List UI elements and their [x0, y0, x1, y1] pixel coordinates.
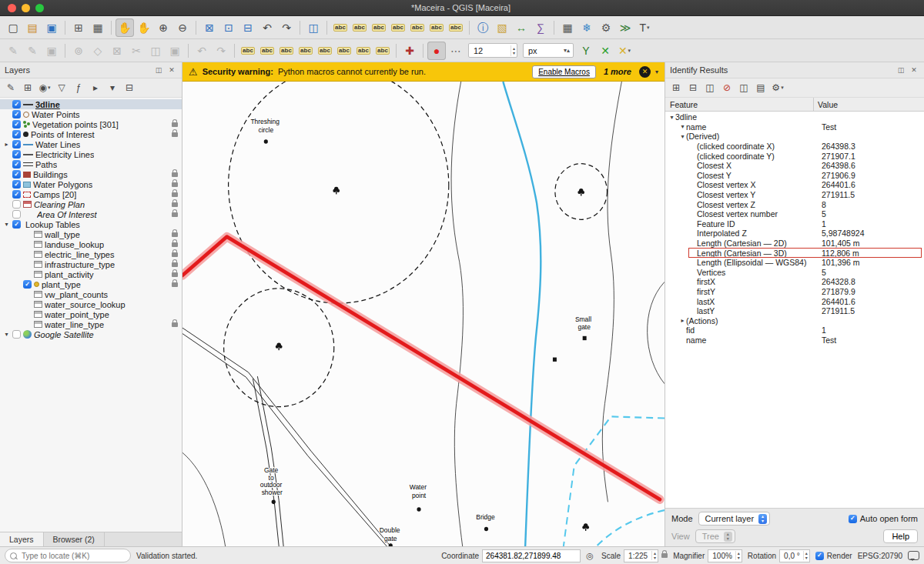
- messages-icon[interactable]: [908, 551, 919, 560]
- result-row[interactable]: Vertices 5: [665, 268, 924, 278]
- identify-settings-icon[interactable]: ⚙ ▾: [770, 80, 785, 95]
- more-messages-link[interactable]: 1 more: [604, 67, 631, 76]
- layer-item[interactable]: Buildings: [0, 169, 182, 179]
- add-feature-icon[interactable]: ⊚: [69, 42, 88, 60]
- undo-icon[interactable]: ↶: [192, 42, 211, 60]
- layer-item[interactable]: Clearing Plan: [0, 199, 182, 209]
- layer-item[interactable]: plant_activity: [0, 269, 182, 279]
- layer-labeling-icon[interactable]: abc: [331, 18, 350, 37]
- open-attribute-table-icon[interactable]: ▦: [558, 18, 577, 37]
- locator-search[interactable]: [5, 549, 131, 562]
- pin-unpin-labels-icon[interactable]: abc: [335, 42, 353, 60]
- crs-status[interactable]: EPSG:20790: [858, 552, 902, 560]
- zoom-to-selection-icon[interactable]: ⊡: [219, 18, 238, 37]
- result-row[interactable]: Closest vertex Y 271911.5: [665, 190, 924, 200]
- expand-arrow-icon[interactable]: ▾: [679, 123, 686, 130]
- zoom-full-extent-icon[interactable]: ⊠: [200, 18, 219, 37]
- pan-map-icon[interactable]: ✋: [116, 18, 134, 37]
- expand-arrow-icon[interactable]: ▾: [3, 221, 10, 228]
- rotate-label-icon[interactable]: abc: [296, 42, 315, 60]
- float-panel-icon[interactable]: ◫: [896, 65, 906, 75]
- mode-select[interactable]: Current layer ▴▾: [698, 512, 771, 526]
- render-option[interactable]: Render: [815, 552, 852, 560]
- expand-all-icon[interactable]: ▸: [88, 80, 103, 95]
- copy-feature-icon[interactable]: ◫: [736, 80, 752, 95]
- python-console-icon[interactable]: ≫: [616, 18, 634, 37]
- expand-arrow-icon[interactable]: ▸: [3, 141, 10, 148]
- result-row[interactable]: Length (Cartesian — 3D) 112,806 m: [665, 248, 924, 258]
- layer-item[interactable]: Vegetation points [301]: [0, 119, 182, 129]
- manage-map-themes-icon[interactable]: ◉ ▾: [37, 80, 52, 95]
- result-row[interactable]: ▾ (Derived): [665, 132, 924, 142]
- close-panel-icon[interactable]: ✕: [166, 65, 177, 75]
- result-row[interactable]: ▾ name Test: [665, 122, 924, 132]
- magnifier-spin[interactable]: 100% ▴▾: [708, 549, 742, 562]
- layer-item[interactable]: water_point_type: [0, 309, 182, 319]
- expand-tree-icon[interactable]: ⊞: [668, 80, 684, 95]
- result-row[interactable]: firstY 271879.9: [665, 287, 924, 297]
- layer-item[interactable]: vw_plant_counts: [0, 289, 182, 299]
- result-row[interactable]: Length (Ellipsoidal — WGS84) 101,396 m: [665, 258, 924, 268]
- result-row[interactable]: Closest Y 271906.9: [665, 171, 924, 181]
- new-map-view-icon[interactable]: ◫: [304, 18, 323, 37]
- layer-item[interactable]: Points of Interest: [0, 129, 182, 139]
- expand-arrow-icon[interactable]: ▾: [668, 114, 675, 121]
- render-checkbox[interactable]: [815, 552, 824, 560]
- expand-arrow-icon[interactable]: ▸: [679, 317, 686, 324]
- result-row[interactable]: Interpolated Z 5,98748924: [665, 229, 924, 239]
- layer-item[interactable]: wall_type: [0, 229, 182, 239]
- scale-select[interactable]: 1:225 ▴▾: [624, 549, 658, 562]
- open-project-icon[interactable]: ▤: [23, 18, 42, 37]
- layer-item[interactable]: Water Polygons: [0, 179, 182, 189]
- labeling-single-icon[interactable]: abc: [350, 18, 369, 37]
- layer-visibility-checkbox[interactable]: [12, 160, 21, 169]
- zoom-in-icon[interactable]: ⊕: [154, 18, 172, 37]
- expand-arrow-icon[interactable]: ▾: [679, 133, 686, 140]
- select-features-icon[interactable]: ▧: [493, 18, 511, 37]
- layer-visibility-checkbox[interactable]: [12, 170, 21, 179]
- measure-line-icon[interactable]: ↔: [512, 18, 531, 37]
- layer-visibility-checkbox[interactable]: [12, 210, 21, 219]
- coordinate-input[interactable]: [482, 549, 581, 562]
- zoom-out-icon[interactable]: ⊖: [173, 18, 192, 37]
- help-button[interactable]: Help: [883, 529, 918, 543]
- zoom-to-layer-icon[interactable]: ⊟: [239, 18, 257, 37]
- move-label-icon[interactable]: abc: [277, 42, 296, 60]
- layer-labeling-options-icon[interactable]: abc: [239, 42, 257, 60]
- toggle-editing-icon[interactable]: ✎: [23, 42, 42, 60]
- close-panel-icon[interactable]: ✕: [909, 65, 919, 75]
- snapping-options-icon[interactable]: ✚: [400, 42, 419, 60]
- layer-visibility-checkbox[interactable]: [12, 100, 21, 108]
- current-edits-icon[interactable]: ✎: [4, 42, 22, 60]
- layer-visibility-checkbox[interactable]: [12, 110, 21, 118]
- rotation-spin[interactable]: 0,0 ° ▴▾: [779, 549, 810, 562]
- result-row[interactable]: (clicked coordinate X) 264398.3: [665, 142, 924, 152]
- map-canvas[interactable]: Threshing circle Small gate Gate to outd…: [182, 82, 665, 546]
- enable-macros-button[interactable]: Enable Macros: [532, 65, 596, 78]
- result-row[interactable]: Length (Cartesian — 2D) 101,405 m: [665, 239, 924, 249]
- layer-item[interactable]: infrastructure_type: [0, 259, 182, 269]
- copy-features-icon[interactable]: ◫: [146, 42, 165, 60]
- close-window-button[interactable]: [8, 4, 16, 12]
- red-marker-tool-icon[interactable]: ●: [427, 42, 446, 60]
- delete-selected-icon[interactable]: ⊠: [108, 42, 126, 60]
- remove-layer-icon[interactable]: ⊟: [122, 80, 137, 95]
- layer-item[interactable]: water_line_type: [0, 319, 182, 329]
- result-row[interactable]: Feature ID 1: [665, 219, 924, 229]
- save-layer-edits-icon[interactable]: ▣: [42, 42, 61, 60]
- label-properties-icon[interactable]: abc: [447, 18, 465, 37]
- layer-item[interactable]: plant_type: [0, 279, 182, 289]
- collapse-all-icon[interactable]: ▾: [105, 80, 120, 95]
- layer-item[interactable]: landuse_lookup: [0, 239, 182, 249]
- text-annotation-icon[interactable]: T ▾: [635, 18, 654, 37]
- float-panel-icon[interactable]: ◫: [153, 65, 164, 75]
- new-print-layout-icon[interactable]: ⊞: [69, 18, 88, 37]
- identify-features-icon[interactable]: ⓘ: [474, 18, 492, 37]
- open-layer-styling-icon[interactable]: ✎: [3, 80, 18, 95]
- zoom-next-icon[interactable]: ↷: [277, 18, 296, 37]
- result-row[interactable]: ▸ (Actions): [665, 315, 924, 325]
- scale-lock-icon[interactable]: [661, 553, 668, 558]
- layer-visibility-checkbox[interactable]: [12, 120, 21, 128]
- auto-open-form-checkbox[interactable]: [849, 515, 857, 523]
- layer-visibility-checkbox[interactable]: [12, 200, 21, 209]
